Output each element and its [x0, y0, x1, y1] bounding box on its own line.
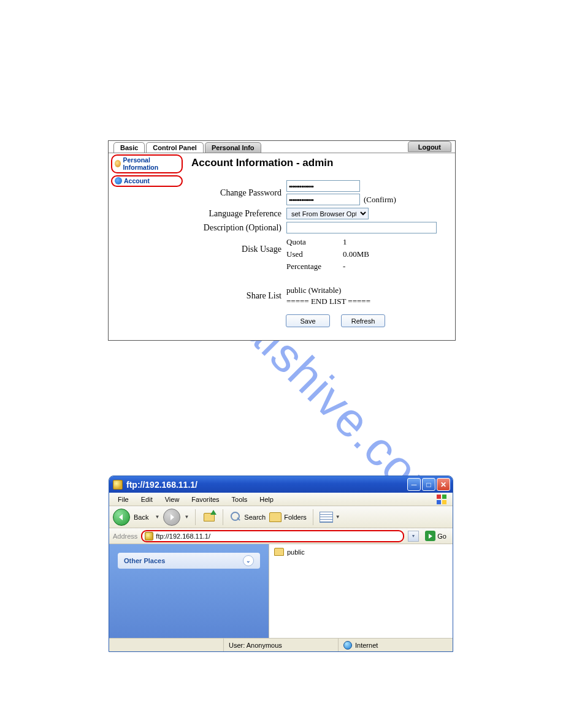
folders-label: Folders: [284, 514, 307, 521]
status-empty: [109, 639, 224, 651]
svg-rect-1: [442, 495, 446, 499]
change-password-label: Change Password: [191, 188, 286, 198]
user-icon: [115, 160, 121, 167]
admin-sidebar: Personal Information Account: [109, 153, 185, 340]
language-select[interactable]: set From Browser Options: [286, 208, 369, 219]
toolbar: Back ▼ ▼ Search Folders ▼: [109, 506, 453, 528]
file-list-pane[interactable]: public: [269, 544, 453, 638]
share-list-label: Share List: [191, 291, 286, 301]
internet-zone-icon: [343, 641, 352, 650]
svg-rect-2: [437, 500, 441, 504]
search-button[interactable]: Search: [229, 511, 266, 523]
views-dropdown-icon: ▼: [335, 514, 340, 520]
menu-help[interactable]: Help: [255, 495, 278, 504]
sidebar-item-account[interactable]: Account: [111, 175, 183, 187]
admin-panel: Basic Control Panel Personal Info Logout…: [108, 140, 456, 341]
folders-button[interactable]: Folders: [269, 512, 307, 522]
language-pref-label: Language Preference: [191, 209, 286, 219]
address-value: ftp://192.168.11.1/: [156, 533, 210, 540]
toolbar-separator: [195, 509, 196, 525]
window-title: ftp://192.168.11.1/: [126, 480, 197, 490]
address-label: Address: [113, 533, 137, 540]
folder-icon: [274, 548, 284, 556]
status-user: User: Anonymous: [224, 639, 339, 651]
menu-file[interactable]: File: [113, 495, 134, 504]
forward-button[interactable]: [163, 509, 180, 526]
back-label[interactable]: Back: [134, 514, 148, 521]
addressbar: Address ftp://192.168.11.1/ ▾ Go: [109, 528, 453, 544]
status-zone: Internet: [339, 639, 453, 651]
menu-favorites[interactable]: Favorites: [186, 495, 224, 504]
back-button[interactable]: [113, 509, 130, 526]
admin-tabs: Basic Control Panel Personal Info Logout: [109, 141, 455, 153]
page-title: Account Information - admin: [191, 157, 449, 169]
back-history-dropdown[interactable]: ▼: [155, 514, 159, 520]
folder-name: public: [287, 548, 305, 556]
account-icon: [115, 177, 122, 184]
tab-control-panel[interactable]: Control Panel: [146, 142, 204, 153]
disk-usage-label: Disk Usage: [191, 236, 286, 273]
password-input[interactable]: [286, 180, 360, 192]
search-label: Search: [244, 514, 266, 521]
sidebar-item-label: Personal Information: [123, 156, 179, 171]
menu-view[interactable]: View: [160, 495, 185, 504]
disk-usage-values: Quota1 Used0.00MB Percentage-: [286, 236, 449, 273]
search-icon: [229, 511, 242, 523]
windows-flag-icon: [434, 494, 449, 505]
menu-tools[interactable]: Tools: [227, 495, 253, 504]
sidebar-item-label: Account: [124, 177, 150, 184]
ftp-site-icon: [145, 532, 153, 540]
toolbar-separator: [223, 509, 223, 525]
refresh-button[interactable]: Refresh: [341, 314, 385, 327]
folder-up-icon: [204, 513, 215, 521]
share-list-values: public (Writable) ===== END LIST =====: [286, 285, 370, 307]
views-icon: [320, 512, 333, 523]
up-button[interactable]: [202, 510, 216, 525]
folders-icon: [269, 512, 282, 522]
address-dropdown[interactable]: ▾: [408, 531, 419, 542]
folder-item[interactable]: public: [274, 548, 448, 556]
password-confirm-input[interactable]: [286, 194, 360, 205]
save-button[interactable]: Save: [286, 314, 330, 327]
sidebar-item-personal-info[interactable]: Personal Information: [111, 154, 183, 173]
description-label: Description (Optional): [191, 223, 286, 233]
minimize-button[interactable]: ─: [407, 478, 421, 491]
menubar: File Edit View Favorites Tools Help: [109, 493, 453, 506]
confirm-label: (Confirm): [364, 195, 396, 205]
menu-edit[interactable]: Edit: [136, 495, 158, 504]
forward-history-dropdown[interactable]: ▼: [184, 514, 189, 520]
go-arrow-icon: [425, 531, 435, 541]
other-places-group[interactable]: Other Places ⌄: [118, 553, 260, 569]
other-places-label: Other Places: [124, 557, 165, 564]
maximize-button[interactable]: □: [422, 478, 435, 491]
close-button[interactable]: ✕: [437, 478, 450, 491]
tasks-pane: Other Places ⌄: [109, 544, 269, 638]
tab-basic[interactable]: Basic: [113, 142, 145, 153]
svg-rect-0: [437, 495, 441, 499]
statusbar: User: Anonymous Internet: [109, 638, 453, 651]
chevron-down-icon: ⌄: [243, 555, 254, 566]
address-field[interactable]: ftp://192.168.11.1/: [141, 530, 404, 542]
tab-personal-info[interactable]: Personal Info: [205, 142, 261, 153]
go-button[interactable]: Go: [423, 530, 449, 542]
views-button[interactable]: ▼: [320, 512, 340, 523]
titlebar[interactable]: ftp://192.168.11.1/ ─ □ ✕: [109, 476, 453, 493]
ftp-site-icon: [113, 480, 123, 490]
description-input[interactable]: [286, 222, 437, 233]
explorer-window: ftp://192.168.11.1/ ─ □ ✕ File Edit View…: [109, 476, 453, 652]
svg-rect-3: [442, 500, 446, 504]
logout-button[interactable]: Logout: [408, 141, 451, 152]
toolbar-separator: [313, 509, 313, 525]
go-label: Go: [437, 533, 446, 540]
admin-main: Account Information - admin Change Passw…: [185, 153, 455, 340]
